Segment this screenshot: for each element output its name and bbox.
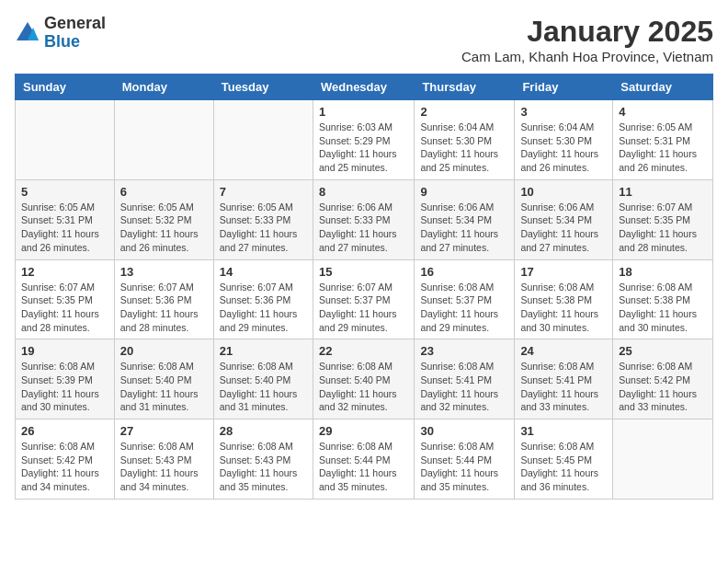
- day-number: 9: [420, 185, 508, 199]
- day-info: Sunrise: 6:08 AM Sunset: 5:43 PM Dayligh…: [120, 440, 208, 494]
- day-number: 7: [220, 185, 307, 199]
- day-info: Sunrise: 6:05 AM Sunset: 5:32 PM Dayligh…: [120, 201, 208, 255]
- calendar-cell: 21Sunrise: 6:08 AM Sunset: 5:40 PM Dayli…: [213, 339, 313, 419]
- day-info: Sunrise: 6:08 AM Sunset: 5:39 PM Dayligh…: [21, 360, 108, 414]
- logo-text: General Blue: [44, 15, 106, 52]
- day-number: 19: [21, 344, 108, 358]
- day-number: 30: [420, 424, 508, 438]
- day-info: Sunrise: 6:08 AM Sunset: 5:42 PM Dayligh…: [619, 360, 707, 414]
- day-info: Sunrise: 6:08 AM Sunset: 5:41 PM Dayligh…: [520, 360, 607, 414]
- day-number: 23: [420, 344, 508, 358]
- calendar-cell: 19Sunrise: 6:08 AM Sunset: 5:39 PM Dayli…: [16, 339, 115, 419]
- calendar-week-1: 1Sunrise: 6:03 AM Sunset: 5:29 PM Daylig…: [16, 100, 713, 180]
- day-info: Sunrise: 6:05 AM Sunset: 5:31 PM Dayligh…: [619, 121, 707, 175]
- weekday-header-sunday: Sunday: [16, 75, 115, 100]
- day-number: 26: [21, 424, 108, 438]
- weekday-header-monday: Monday: [114, 75, 213, 100]
- day-info: Sunrise: 6:08 AM Sunset: 5:42 PM Dayligh…: [21, 440, 108, 494]
- calendar-header: SundayMondayTuesdayWednesdayThursdayFrid…: [16, 75, 713, 100]
- day-number: 12: [21, 265, 108, 279]
- day-number: 20: [120, 344, 208, 358]
- calendar-week-3: 12Sunrise: 6:07 AM Sunset: 5:35 PM Dayli…: [16, 259, 713, 339]
- day-info: Sunrise: 6:08 AM Sunset: 5:45 PM Dayligh…: [520, 440, 607, 494]
- day-number: 8: [319, 185, 408, 199]
- day-info: Sunrise: 6:08 AM Sunset: 5:37 PM Dayligh…: [420, 281, 508, 335]
- day-info: Sunrise: 6:05 AM Sunset: 5:31 PM Dayligh…: [21, 201, 108, 255]
- day-info: Sunrise: 6:08 AM Sunset: 5:43 PM Dayligh…: [220, 440, 307, 494]
- weekday-header-tuesday: Tuesday: [213, 75, 313, 100]
- calendar-cell: 15Sunrise: 6:07 AM Sunset: 5:37 PM Dayli…: [313, 259, 414, 339]
- calendar-cell: 30Sunrise: 6:08 AM Sunset: 5:44 PM Dayli…: [415, 419, 515, 500]
- calendar-cell: 24Sunrise: 6:08 AM Sunset: 5:41 PM Dayli…: [515, 339, 613, 419]
- logo: General Blue: [15, 15, 106, 52]
- calendar-cell: 2Sunrise: 6:04 AM Sunset: 5:30 PM Daylig…: [415, 100, 515, 180]
- calendar-cell: [16, 100, 115, 180]
- day-number: 28: [220, 424, 307, 438]
- calendar-cell: 27Sunrise: 6:08 AM Sunset: 5:43 PM Dayli…: [114, 419, 213, 500]
- day-info: Sunrise: 6:06 AM Sunset: 5:33 PM Dayligh…: [319, 201, 408, 255]
- day-info: Sunrise: 6:08 AM Sunset: 5:38 PM Dayligh…: [619, 281, 707, 335]
- day-number: 11: [619, 185, 707, 199]
- day-info: Sunrise: 6:07 AM Sunset: 5:35 PM Dayligh…: [619, 201, 707, 255]
- calendar-cell: 13Sunrise: 6:07 AM Sunset: 5:36 PM Dayli…: [114, 259, 213, 339]
- calendar-cell: 25Sunrise: 6:08 AM Sunset: 5:42 PM Dayli…: [613, 339, 713, 419]
- calendar-cell: 8Sunrise: 6:06 AM Sunset: 5:33 PM Daylig…: [313, 179, 414, 259]
- day-info: Sunrise: 6:08 AM Sunset: 5:40 PM Dayligh…: [120, 360, 208, 414]
- day-info: Sunrise: 6:05 AM Sunset: 5:33 PM Dayligh…: [220, 201, 307, 255]
- calendar-cell: 1Sunrise: 6:03 AM Sunset: 5:29 PM Daylig…: [313, 100, 414, 180]
- calendar-cell: [213, 100, 313, 180]
- calendar-cell: 3Sunrise: 6:04 AM Sunset: 5:30 PM Daylig…: [515, 100, 613, 180]
- day-number: 6: [120, 185, 208, 199]
- day-number: 1: [319, 105, 408, 119]
- day-info: Sunrise: 6:08 AM Sunset: 5:44 PM Dayligh…: [420, 440, 508, 494]
- logo-blue: Blue: [44, 33, 106, 52]
- calendar-cell: 10Sunrise: 6:06 AM Sunset: 5:34 PM Dayli…: [515, 179, 613, 259]
- weekday-header-wednesday: Wednesday: [313, 75, 414, 100]
- calendar-week-2: 5Sunrise: 6:05 AM Sunset: 5:31 PM Daylig…: [16, 179, 713, 259]
- day-info: Sunrise: 6:06 AM Sunset: 5:34 PM Dayligh…: [520, 201, 607, 255]
- day-number: 27: [120, 424, 208, 438]
- calendar-cell: 12Sunrise: 6:07 AM Sunset: 5:35 PM Dayli…: [16, 259, 115, 339]
- calendar-week-5: 26Sunrise: 6:08 AM Sunset: 5:42 PM Dayli…: [16, 419, 713, 500]
- day-info: Sunrise: 6:08 AM Sunset: 5:40 PM Dayligh…: [220, 360, 307, 414]
- calendar-cell: 29Sunrise: 6:08 AM Sunset: 5:44 PM Dayli…: [313, 419, 414, 500]
- day-info: Sunrise: 6:07 AM Sunset: 5:36 PM Dayligh…: [120, 281, 208, 335]
- day-number: 25: [619, 344, 707, 358]
- weekday-header-saturday: Saturday: [613, 75, 713, 100]
- day-info: Sunrise: 6:08 AM Sunset: 5:40 PM Dayligh…: [319, 360, 408, 414]
- calendar-cell: 16Sunrise: 6:08 AM Sunset: 5:37 PM Dayli…: [415, 259, 515, 339]
- day-info: Sunrise: 6:04 AM Sunset: 5:30 PM Dayligh…: [520, 121, 607, 175]
- calendar-cell: 26Sunrise: 6:08 AM Sunset: 5:42 PM Dayli…: [16, 419, 115, 500]
- day-info: Sunrise: 6:04 AM Sunset: 5:30 PM Dayligh…: [420, 121, 508, 175]
- day-number: 14: [220, 265, 307, 279]
- weekday-header-row: SundayMondayTuesdayWednesdayThursdayFrid…: [16, 75, 713, 100]
- day-info: Sunrise: 6:07 AM Sunset: 5:35 PM Dayligh…: [21, 281, 108, 335]
- day-number: 17: [520, 265, 607, 279]
- day-info: Sunrise: 6:03 AM Sunset: 5:29 PM Dayligh…: [319, 121, 408, 175]
- day-number: 10: [520, 185, 607, 199]
- day-number: 21: [220, 344, 307, 358]
- day-number: 18: [619, 265, 707, 279]
- weekday-header-thursday: Thursday: [415, 75, 515, 100]
- day-number: 22: [319, 344, 408, 358]
- day-number: 31: [520, 424, 607, 438]
- title-block: January 2025 Cam Lam, Khanh Hoa Province…: [461, 15, 713, 64]
- day-info: Sunrise: 6:06 AM Sunset: 5:34 PM Dayligh…: [420, 201, 508, 255]
- day-number: 29: [319, 424, 408, 438]
- calendar-cell: [114, 100, 213, 180]
- day-number: 2: [420, 105, 508, 119]
- calendar-week-4: 19Sunrise: 6:08 AM Sunset: 5:39 PM Dayli…: [16, 339, 713, 419]
- day-number: 15: [319, 265, 408, 279]
- logo-general: General: [44, 15, 106, 33]
- day-number: 13: [120, 265, 208, 279]
- calendar-cell: 31Sunrise: 6:08 AM Sunset: 5:45 PM Dayli…: [515, 419, 613, 500]
- day-info: Sunrise: 6:07 AM Sunset: 5:36 PM Dayligh…: [220, 281, 307, 335]
- calendar-cell: [613, 419, 713, 500]
- weekday-header-friday: Friday: [515, 75, 613, 100]
- page-header: General Blue January 2025 Cam Lam, Khanh…: [15, 15, 713, 64]
- day-number: 3: [520, 105, 607, 119]
- calendar-cell: 4Sunrise: 6:05 AM Sunset: 5:31 PM Daylig…: [613, 100, 713, 180]
- calendar-cell: 6Sunrise: 6:05 AM Sunset: 5:32 PM Daylig…: [114, 179, 213, 259]
- logo-icon: [15, 20, 40, 46]
- day-info: Sunrise: 6:08 AM Sunset: 5:44 PM Dayligh…: [319, 440, 408, 494]
